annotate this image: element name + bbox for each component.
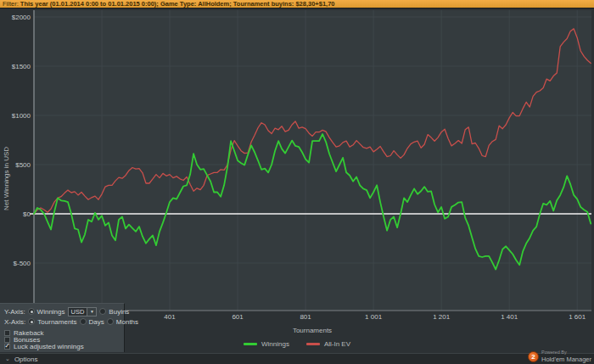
currency-dropdown-value: USD <box>68 307 87 316</box>
x-tick-label: 1 401 <box>501 313 518 321</box>
filter-bar[interactable]: Filter: This year (01.01.2014 0:00 to 01… <box>0 0 594 8</box>
y-axis-title: Net Winnings in USD <box>3 147 10 210</box>
graph-control-panel: Y-Axis: Winnings USD ▼ Buyins X-Axis: To… <box>0 303 125 352</box>
winnings-line-swatch <box>244 343 257 345</box>
x-axis-row: X-Axis: Tournaments Days Months <box>4 316 124 327</box>
x-tick-label: 801 <box>300 313 311 321</box>
days-radio[interactable] <box>80 318 87 325</box>
buyins-radio[interactable] <box>99 308 106 315</box>
x-tick-label: 1 201 <box>433 313 451 321</box>
currency-dropdown[interactable]: USD ▼ <box>68 307 98 316</box>
y-tick-label: $1000 <box>12 112 31 120</box>
luck-adjusted-row: ✓ Luck adjusted winnings <box>4 344 124 350</box>
check-icon: ✓ <box>4 343 10 349</box>
filter-value: This year (01.01.2014 0:00 to 01.01.2015… <box>20 0 335 8</box>
x-tick-label: 601 <box>232 313 244 321</box>
tournaments-radio-label[interactable]: Tournaments <box>37 318 76 326</box>
y-tick-label: $0 <box>23 210 31 218</box>
y-tick-label: $-500 <box>14 260 31 267</box>
filter-label: Filter: <box>3 0 19 8</box>
legend-item-winnings[interactable]: Winnings <box>244 340 289 348</box>
holdem-manager-logo-icon: 2 <box>528 351 539 362</box>
luck-adjusted-checkbox-label[interactable]: Luck adjusted winnings <box>14 343 84 350</box>
options-bar[interactable]: ⌄ Options <box>0 353 594 364</box>
rakeback-row: ✓ Rakeback <box>4 330 124 336</box>
luck-adjusted-checkbox[interactable]: ✓ <box>4 344 10 350</box>
powered-by-branding: 2 Powered By Hold'em Manager <box>528 350 591 362</box>
x-axis-row-label: X-Axis: <box>4 318 25 326</box>
powered-by-text: Powered By <box>541 350 591 356</box>
tournaments-radio[interactable] <box>28 318 35 325</box>
allin-ev-line-swatch <box>306 343 320 345</box>
winnings-legend-label: Winnings <box>261 340 289 348</box>
winnings-radio[interactable] <box>28 308 35 315</box>
buyins-radio-label[interactable]: Buyins <box>109 308 129 316</box>
winnings-radio-label[interactable]: Winnings <box>37 308 65 316</box>
app-name-text: Hold'em Manager <box>541 356 591 363</box>
allin-ev-legend-label: All-In EV <box>324 340 350 348</box>
x-tick-label: 1 001 <box>365 313 383 321</box>
x-tick-label: 401 <box>164 313 176 321</box>
days-radio-label[interactable]: Days <box>89 318 104 326</box>
rakeback-checkbox[interactable]: ✓ <box>4 330 10 336</box>
y-tick-label: $1500 <box>12 63 31 70</box>
y-tick-label: $2000 <box>12 14 31 21</box>
y-axis-row-label: Y-Axis: <box>4 308 25 316</box>
legend-item-allin-ev[interactable]: All-In EV <box>306 340 350 348</box>
y-tick-label: $500 <box>15 161 31 169</box>
holdem-manager-graph-window: Filter: This year (01.01.2014 0:00 to 01… <box>0 0 594 364</box>
options-label: Options <box>14 356 38 363</box>
dropdown-arrow-icon[interactable]: ▼ <box>87 307 97 316</box>
months-radio-label[interactable]: Months <box>116 318 138 326</box>
bonuses-row: ✓ Bonuses <box>4 337 124 343</box>
x-tick-label: 1 601 <box>569 313 586 321</box>
months-radio[interactable] <box>107 318 114 325</box>
y-axis-row: Y-Axis: Winnings USD ▼ Buyins <box>4 306 124 316</box>
x-axis-title: Tournaments <box>253 327 372 334</box>
plot-area <box>34 10 591 311</box>
chevron-down-icon: ⌄ <box>5 356 10 362</box>
